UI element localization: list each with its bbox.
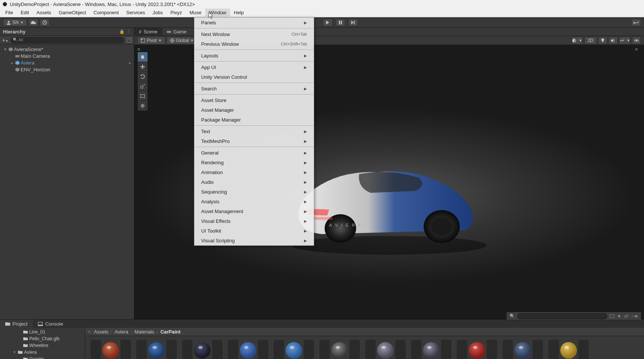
menu-item-general[interactable]: General▶ [194, 148, 314, 158]
project-hidden-icon[interactable] [624, 314, 629, 319]
menu-item-asset-store[interactable]: Asset Store [194, 95, 314, 105]
project-slider-icon[interactable] [631, 314, 638, 318]
transform-tool[interactable] [138, 101, 147, 111]
hand-tool[interactable] [138, 52, 147, 62]
breadcrumb-segment[interactable]: Materials [134, 329, 154, 335]
menu-item-previous-window[interactable]: Previous WindowCtrl+Shift+Tab [194, 39, 314, 49]
menu-component[interactable]: Component [90, 9, 122, 17]
project-favorite-icon[interactable]: ★ [617, 313, 621, 319]
material-thumbnail[interactable] [182, 340, 223, 359]
tab-scene[interactable]: #Scene [134, 28, 162, 36]
undo-history-button[interactable] [631, 19, 641, 26]
menu-edit[interactable]: Edit [17, 9, 33, 17]
play-button[interactable] [323, 19, 333, 26]
menu-item-audio[interactable]: Audio▶ [194, 177, 314, 187]
menu-item-visual-effects[interactable]: Visual Effects▶ [194, 216, 314, 226]
collapse-icon[interactable]: ᐱ [88, 330, 91, 334]
step-button[interactable] [348, 19, 358, 26]
hierarchy-item[interactable]: Main Camera [0, 53, 134, 59]
material-thumbnail[interactable] [503, 340, 543, 359]
menu-item-asset-manager[interactable]: Asset Manager [194, 105, 314, 115]
pivot-dropdown[interactable]: Pivot▼ [137, 37, 165, 44]
menu-item-app-ui[interactable]: App UI▶ [194, 62, 314, 72]
globe-icon [170, 38, 175, 43]
hierarchy-item[interactable]: ▸Aviera▸ [0, 59, 134, 66]
fx-dropdown[interactable]: ▼ [619, 37, 630, 44]
scene-tools [137, 52, 148, 111]
tab-game[interactable]: Game [162, 28, 191, 36]
account-button[interactable]: SN ▼ [3, 19, 27, 26]
scale-tool[interactable] [138, 81, 147, 91]
pause-button[interactable] [336, 19, 345, 26]
breadcrumb-segment[interactable]: Aviera [114, 329, 128, 335]
menu-file[interactable]: File [2, 9, 17, 17]
menu-item-unity-version-control[interactable]: Unity Version Control [194, 72, 314, 82]
menu-item-next-window[interactable]: Next WindowCtrl+Tab [194, 29, 314, 39]
menu-item-visual-scripting[interactable]: Visual Scripting▶ [194, 236, 314, 245]
move-tool[interactable] [138, 62, 147, 72]
menu-jobs[interactable]: Jobs [149, 9, 166, 17]
material-thumbnail[interactable] [411, 340, 451, 359]
audio-toggle[interactable] [609, 37, 618, 44]
material-thumbnail[interactable] [228, 340, 268, 359]
project-tree-item[interactable]: ▼Aviera [0, 349, 85, 356]
scene-overlay-menu-right[interactable]: ≡ [635, 47, 641, 52]
lock-icon[interactable]: 🔒 [119, 29, 125, 34]
scene-overlay-menu-left[interactable]: ≡ [137, 47, 143, 52]
material-thumbnail[interactable] [548, 340, 589, 359]
menu-gameobject[interactable]: GameObject [55, 9, 90, 17]
add-button[interactable]: +▼ [2, 37, 8, 43]
menu-help[interactable]: Help [230, 9, 248, 17]
history-button[interactable] [40, 19, 50, 26]
menu-item-text[interactable]: Text▶ [194, 126, 314, 136]
project-header: 🔍 ★ [507, 312, 641, 320]
panel-menu-icon[interactable]: ⋮ [127, 29, 131, 34]
menu-item-rendering[interactable]: Rendering▶ [194, 158, 314, 167]
hierarchy-item[interactable]: ▼AvieraScene* [0, 46, 134, 53]
material-thumbnail[interactable] [274, 340, 314, 359]
svg-rect-7 [354, 21, 355, 24]
cloud-button[interactable] [29, 19, 38, 26]
2d-toggle[interactable]: 2D [584, 37, 597, 44]
project-filter-icon[interactable] [609, 314, 615, 319]
global-dropdown[interactable]: Global▼ [167, 37, 197, 44]
menu-services[interactable]: Services [123, 9, 149, 17]
hierarchy-expand-icon[interactable] [126, 38, 132, 43]
menu-item-ui-toolkit[interactable]: UI Toolkit▶ [194, 226, 314, 236]
menu-item-textmeshpro[interactable]: TextMeshPro▶ [194, 136, 314, 146]
tab-project[interactable]: Project [0, 320, 33, 328]
project-search[interactable] [517, 313, 607, 319]
material-thumbnail[interactable] [365, 340, 406, 359]
menu-item-sequencing[interactable]: Sequencing▶ [194, 187, 314, 197]
svg-rect-38 [610, 315, 614, 318]
menu-pixyz[interactable]: Pixyz [167, 9, 186, 17]
project-grid [85, 336, 644, 359]
menu-item-layouts[interactable]: Layouts▶ [194, 51, 314, 60]
material-thumbnail[interactable] [457, 340, 497, 359]
menu-item-animation[interactable]: Animation▶ [194, 167, 314, 177]
project-tree-item[interactable]: Pello_Chair.glb [0, 335, 85, 342]
material-thumbnail[interactable] [136, 340, 177, 359]
lighting-toggle[interactable] [598, 37, 607, 44]
draw-mode-dropdown[interactable]: ▼ [572, 37, 583, 44]
project-tree-item[interactable]: Graphs [0, 356, 85, 359]
menu-item-search[interactable]: Search▶ [194, 84, 314, 93]
svg-point-44 [107, 346, 111, 349]
breadcrumb-segment[interactable]: CarPaint [160, 329, 180, 335]
project-tree-item[interactable]: Line_01 [0, 329, 85, 335]
rotate-tool[interactable] [138, 72, 147, 81]
hierarchy-item[interactable]: ENV_Horizon [0, 66, 134, 73]
menu-item-asset-management[interactable]: Asset Management▶ [194, 206, 314, 216]
rect-tool[interactable] [138, 91, 147, 101]
tab-console[interactable]: Console [33, 320, 68, 328]
breadcrumb-segment[interactable]: Assets [94, 329, 108, 335]
material-thumbnail[interactable] [90, 340, 131, 359]
menu-assets[interactable]: Assets [33, 9, 55, 17]
material-thumbnail[interactable] [319, 340, 360, 359]
menu-item-analysis[interactable]: Analysis▶ [194, 197, 314, 206]
hierarchy-search[interactable]: 🔍 All [11, 37, 124, 43]
project-tree-item[interactable]: Wheeltire [0, 342, 85, 349]
menu-muse[interactable]: Muse [186, 9, 205, 17]
visibility-toggle[interactable] [632, 37, 641, 44]
menu-item-package-manager[interactable]: Package Manager [194, 115, 314, 125]
